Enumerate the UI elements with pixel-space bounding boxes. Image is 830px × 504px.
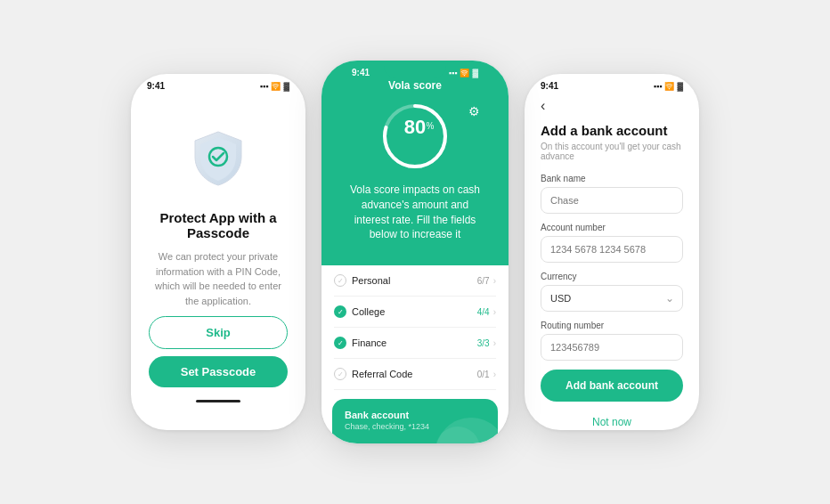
passcode-title: Protect App with a Passcode bbox=[149, 210, 288, 240]
status-time-phone2: 9:41 bbox=[352, 68, 370, 77]
check-icon-college: ✓ bbox=[334, 305, 346, 318]
add-bank-button[interactable]: Add bank account bbox=[541, 370, 683, 402]
wifi-icon2: 🛜 bbox=[460, 69, 469, 77]
score-description: Vola score impacts on cash advance's amo… bbox=[336, 183, 494, 242]
chevron-icon-finance: › bbox=[493, 338, 496, 348]
score-item-right-college: 4/4 › bbox=[477, 307, 496, 317]
status-icons-phone2: ▪▪▪ 🛜 ▓ bbox=[449, 69, 478, 77]
wifi-icon3: 🛜 bbox=[664, 82, 674, 91]
phone1-content: Protect App with a Passcode We can prote… bbox=[131, 93, 305, 419]
phone3-content: ‹ Add a bank account On this account you… bbox=[525, 93, 699, 422]
account-number-label: Account number bbox=[541, 223, 683, 232]
score-count-finance: 3/3 bbox=[477, 338, 490, 348]
score-item-label-referral: Referral Code bbox=[352, 369, 412, 379]
currency-select[interactable]: USD EUR GBP bbox=[541, 285, 683, 312]
status-icons-phone1: ▪▪▪ 🛜 ▓ bbox=[260, 82, 289, 91]
phones-container: 9:41 ▪▪▪ 🛜 ▓ bbox=[113, 43, 717, 461]
bank-name-input[interactable] bbox=[541, 187, 683, 214]
shield-icon-container bbox=[183, 123, 254, 194]
battery-icon3: ▓ bbox=[677, 82, 683, 91]
shield-icon bbox=[184, 125, 252, 192]
score-item-left-college: ✓ College bbox=[334, 305, 385, 318]
set-passcode-button[interactable]: Set Passcode bbox=[149, 356, 288, 387]
account-number-group: Account number bbox=[541, 223, 683, 263]
notch-phone1 bbox=[187, 74, 249, 92]
list-item[interactable]: ✓ Finance 3/3 › bbox=[334, 328, 496, 359]
passcode-description: We can protect your private information … bbox=[149, 249, 288, 308]
score-item-left-personal: ✓ Personal bbox=[334, 274, 390, 287]
score-count-college: 4/4 bbox=[477, 307, 490, 317]
back-button[interactable]: ‹ bbox=[541, 98, 683, 114]
score-item-label-finance: Finance bbox=[352, 337, 387, 348]
score-circle: 80 % bbox=[379, 101, 451, 172]
score-item-left-finance: ✓ Finance bbox=[334, 337, 387, 349]
score-item-right-personal: 6/7 › bbox=[477, 276, 496, 286]
status-time-phone3: 9:41 bbox=[541, 81, 558, 91]
list-item[interactable]: ✓ Referral Code 0/1 › bbox=[334, 359, 496, 390]
score-list: ✓ Personal 6/7 › ✓ College 4/4 bbox=[321, 265, 509, 390]
check-icon-finance: ✓ bbox=[334, 337, 346, 349]
bank-account-title: Add a bank account bbox=[541, 123, 683, 138]
svg-text:80: 80 bbox=[404, 116, 426, 138]
phone2-top: 9:41 ▪▪▪ 🛜 ▓ Vola score ⚙ 80 % bbox=[321, 61, 509, 265]
bank-account-subtitle: On this account you'll get your cash adv… bbox=[541, 142, 683, 161]
status-time-phone1: 9:41 bbox=[147, 81, 165, 91]
score-item-right-referral: 0/1 › bbox=[477, 370, 496, 379]
routing-number-label: Routing number bbox=[541, 321, 683, 330]
signal-icon: ▪▪▪ bbox=[260, 82, 269, 91]
score-item-label-personal: Personal bbox=[352, 275, 390, 286]
notch-phone3 bbox=[581, 74, 643, 92]
gear-icon[interactable]: ⚙ bbox=[468, 104, 480, 118]
check-icon-personal: ✓ bbox=[334, 274, 346, 287]
vola-score-label: Vola score bbox=[336, 79, 494, 92]
svg-text:%: % bbox=[427, 121, 435, 131]
signal-icon3: ▪▪▪ bbox=[654, 82, 663, 91]
wifi-icon: 🛜 bbox=[271, 82, 281, 91]
score-item-label-college: College bbox=[352, 306, 385, 317]
check-icon-referral: ✓ bbox=[334, 368, 346, 380]
phone-passcode: 9:41 ▪▪▪ 🛜 ▓ bbox=[131, 74, 305, 430]
phone-bank-account: 9:41 ▪▪▪ 🛜 ▓ ‹ Add a bank account On thi… bbox=[525, 74, 699, 430]
list-item[interactable]: ✓ Personal 6/7 › bbox=[334, 265, 496, 297]
phone-vola-score: 9:41 ▪▪▪ 🛜 ▓ Vola score ⚙ 80 % bbox=[321, 61, 509, 443]
home-indicator-phone1 bbox=[196, 400, 240, 402]
status-icons-phone3: ▪▪▪ 🛜 ▓ bbox=[654, 82, 683, 91]
phone2-body: ✓ Personal 6/7 › ✓ College 4/4 bbox=[321, 265, 509, 443]
battery-icon: ▓ bbox=[283, 82, 289, 91]
score-item-left-referral: ✓ Referral Code bbox=[334, 368, 412, 380]
routing-number-input[interactable] bbox=[541, 334, 683, 361]
bank-name-group: Bank name bbox=[541, 174, 683, 214]
account-number-input[interactable] bbox=[541, 236, 683, 263]
chevron-icon-referral: › bbox=[493, 370, 496, 379]
battery-icon2: ▓ bbox=[472, 69, 478, 77]
not-now-button[interactable]: Not now bbox=[541, 409, 683, 430]
chevron-icon-college: › bbox=[493, 307, 496, 317]
score-count-referral: 0/1 bbox=[477, 370, 490, 379]
signal-icon2: ▪▪▪ bbox=[449, 69, 458, 77]
skip-button[interactable]: Skip bbox=[149, 316, 288, 349]
notch-phone2 bbox=[384, 61, 446, 78]
bank-card[interactable]: Bank account Chase, checking, *1234 $1,4… bbox=[332, 399, 498, 443]
currency-select-wrapper: USD EUR GBP bbox=[541, 285, 683, 312]
routing-number-group: Routing number bbox=[541, 321, 683, 361]
score-item-right-finance: 3/3 › bbox=[477, 338, 496, 348]
score-count-personal: 6/7 bbox=[477, 276, 490, 286]
bank-name-label: Bank name bbox=[541, 174, 683, 183]
chevron-icon-personal: › bbox=[493, 276, 496, 286]
currency-group: Currency USD EUR GBP bbox=[541, 272, 683, 312]
currency-label: Currency bbox=[541, 272, 683, 281]
passcode-buttons: Skip Set Passcode bbox=[149, 316, 288, 387]
list-item[interactable]: ✓ College 4/4 › bbox=[334, 297, 496, 328]
